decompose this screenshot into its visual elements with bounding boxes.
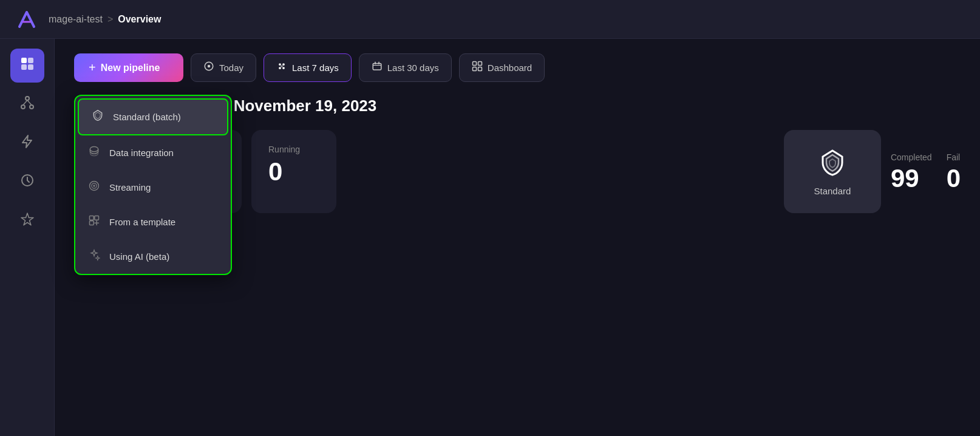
svg-point-12 [279,63,281,66]
svg-line-7 [23,100,27,105]
svg-rect-0 [21,58,27,63]
from-template-icon [87,214,101,230]
dashboard-btn-icon [472,61,483,75]
standard-pipeline-card: Standard [784,130,881,213]
svg-point-16 [281,65,283,67]
last-30-days-icon [372,61,383,75]
right-failed-value: 0 [947,166,961,191]
toolbar: + New pipeline Today [74,53,961,82]
svg-rect-20 [472,67,476,71]
new-pipeline-button[interactable]: + New pipeline [74,53,183,82]
current-page-label: Overview [118,14,161,25]
dropdown-item-streaming-label: Streaming [109,182,151,192]
svg-rect-2 [21,64,27,70]
dashboard-icon [20,56,35,75]
svg-rect-1 [28,58,33,63]
standard-batch-icon [91,109,104,124]
svg-point-11 [208,65,211,68]
breadcrumb-separator: > [107,14,113,25]
last-30-days-button[interactable]: Last 30 days [359,53,452,82]
sidebar-item-pipelines[interactable] [10,87,44,121]
svg-point-13 [282,63,285,66]
dropdown-item-from-template-label: From a template [109,217,175,227]
svg-rect-19 [478,62,481,66]
plus-icon: + [89,61,96,75]
svg-rect-21 [478,67,481,71]
dropdown-item-streaming[interactable]: Streaming [75,170,231,205]
svg-rect-27 [90,221,94,225]
running-stat-card: Running 0 [251,130,336,213]
streaming-icon [87,180,101,195]
last-7-days-icon [276,61,287,75]
sidebar-item-extensions[interactable] [10,204,44,238]
dropdown-item-standard-batch-label: Standard (batch) [113,112,181,122]
using-ai-icon [87,249,101,264]
dropdown-item-using-ai-label: Using AI (beta) [109,251,169,262]
right-failed-label: Fail [947,152,961,162]
extensions-icon [20,212,35,230]
svg-point-14 [279,67,281,69]
last-7-days-label: Last 7 days [292,63,339,73]
svg-rect-3 [28,64,33,70]
main-layout: + New pipeline Today [0,39,980,436]
svg-point-6 [30,105,33,109]
last-7-days-button[interactable]: Last 7 days [264,53,352,82]
new-pipeline-label: New pipeline [101,63,160,73]
running-stat-value: 0 [268,159,319,185]
last-30-days-label: Last 30 days [387,63,439,73]
data-integration-icon [87,145,101,160]
content-area: + New pipeline Today [55,39,980,436]
standard-card-icon [817,147,848,181]
sidebar-item-dashboard[interactable] [10,49,44,83]
triggers-icon [20,134,35,152]
dropdown-item-data-integration[interactable]: Data integration [75,135,231,170]
dashboard-button[interactable]: Dashboard [459,53,545,82]
standard-card-label: Standard [814,186,851,196]
sidebar [0,39,55,436]
sidebar-item-triggers[interactable] [10,126,44,160]
dropdown-item-from-template[interactable]: From a template [75,205,231,239]
right-failed-stat: Fail 0 [947,152,961,191]
breadcrumb: mage-ai-test > Overview [49,14,161,25]
today-button[interactable]: Today [191,53,256,82]
svg-rect-26 [95,216,99,220]
project-name: mage-ai-test [49,14,103,25]
svg-rect-18 [472,62,476,66]
right-completed-stat: Completed 99 [891,152,932,191]
right-completed-value: 99 [891,166,932,191]
mage-logo [15,7,39,32]
dropdown-item-standard-batch[interactable]: Standard (batch) [78,98,228,135]
sidebar-item-history[interactable] [10,165,44,199]
svg-point-5 [21,105,25,109]
pipelines-icon [20,95,35,114]
topbar: mage-ai-test > Overview [0,0,980,39]
svg-point-4 [26,97,29,100]
history-icon [20,173,35,191]
svg-rect-25 [90,216,94,220]
svg-rect-17 [373,64,381,70]
right-stats: Completed 99 Fail 0 [891,130,961,213]
svg-line-8 [27,100,32,105]
dropdown-item-using-ai[interactable]: Using AI (beta) [75,239,231,274]
today-icon [203,61,214,75]
running-stat-label: Running [268,145,319,154]
dashboard-label: Dashboard [488,63,532,73]
new-pipeline-dropdown: Standard (batch) Data integration [74,95,232,275]
svg-point-24 [93,185,95,186]
today-label: Today [219,63,243,73]
right-completed-label: Completed [891,152,932,162]
svg-point-15 [282,67,285,69]
dropdown-item-data-integration-label: Data integration [109,148,174,158]
